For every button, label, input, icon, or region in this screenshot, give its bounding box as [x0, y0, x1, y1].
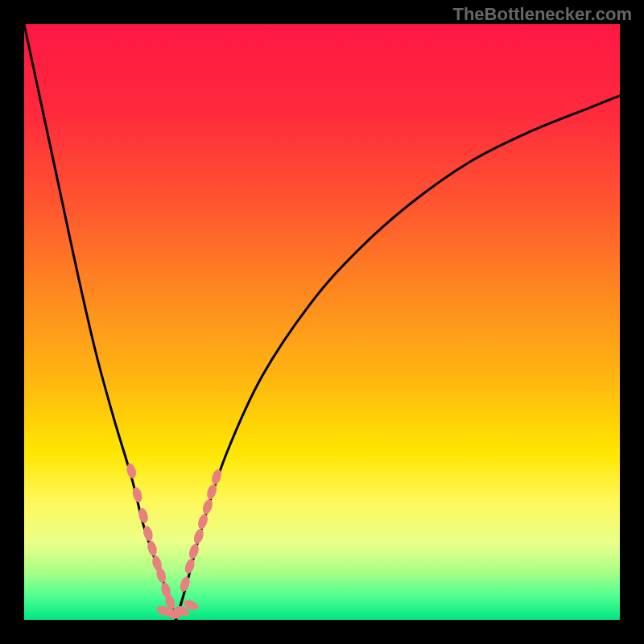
- marker: [205, 483, 218, 501]
- marker: [196, 513, 209, 530]
- marker: [188, 543, 200, 560]
- marker: [131, 486, 143, 503]
- marker: [184, 558, 196, 576]
- curve-left-curve: [24, 24, 176, 620]
- watermark-text: TheBottlenecker.com: [452, 4, 632, 25]
- marker: [179, 576, 192, 593]
- curve-right-curve: [176, 96, 620, 620]
- curves-layer: [24, 24, 620, 620]
- chart-area: [24, 24, 620, 620]
- marker: [201, 498, 214, 516]
- marker: [192, 528, 205, 546]
